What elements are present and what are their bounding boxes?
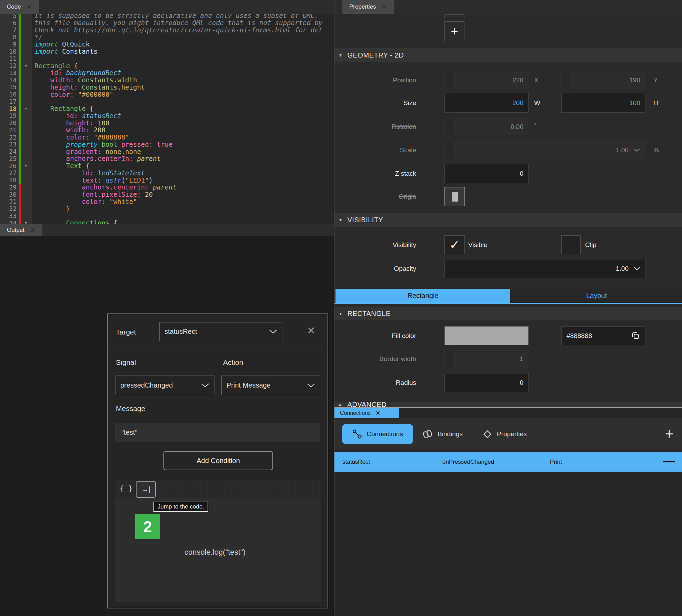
code-line[interactable]: 31 color: "white" xyxy=(0,198,334,205)
copy-icon[interactable] xyxy=(631,331,640,340)
braces-icon[interactable]: { } xyxy=(120,484,133,493)
tab-properties[interactable]: Properties ✕ xyxy=(342,0,394,14)
line-number[interactable]: 28 xyxy=(0,176,17,184)
line-number[interactable]: 6 xyxy=(0,19,17,27)
section-rectangle[interactable]: ▾ RECTANGLE xyxy=(334,307,682,320)
line-number[interactable]: 12 xyxy=(0,62,17,69)
line-number[interactable]: 24 xyxy=(0,148,17,155)
close-icon[interactable]: ✕ xyxy=(27,4,32,10)
line-number[interactable]: 8 xyxy=(0,33,17,41)
line-number[interactable]: 22 xyxy=(0,134,17,141)
line-number[interactable]: 15 xyxy=(0,83,17,91)
code-line[interactable]: 28 text: qsTr("LED1") xyxy=(0,176,334,184)
code-line[interactable]: 11 xyxy=(0,55,334,62)
line-number[interactable]: 14 xyxy=(0,76,17,84)
remove-connection-button[interactable] xyxy=(663,452,675,472)
code-line[interactable]: 17 xyxy=(0,98,334,105)
origin-button[interactable] xyxy=(444,187,465,206)
code-line[interactable]: 19 id: statusRect xyxy=(0,112,334,120)
jump-to-code-button[interactable]: →| xyxy=(136,481,156,498)
add-connection-button[interactable]: + xyxy=(661,424,678,444)
fold-icon[interactable]: ▾ xyxy=(21,220,31,224)
line-number[interactable]: 9 xyxy=(0,41,17,48)
line-number[interactable]: 13 xyxy=(0,69,17,76)
code-line[interactable]: 22 color: "#888888" xyxy=(0,134,334,141)
close-icon[interactable]: ✕ xyxy=(30,227,36,234)
section-visibility[interactable]: ▾ VISIBILITY xyxy=(334,213,682,227)
line-number[interactable]: 5 xyxy=(0,14,17,19)
radius-field[interactable]: 0 xyxy=(444,373,529,392)
code-line[interactable]: 25 anchors.centerIn: parent xyxy=(0,155,334,162)
code-line[interactable]: 6this file manually, you might introduce… xyxy=(0,19,334,27)
add-property-button[interactable]: + xyxy=(444,21,464,41)
properties-view-button[interactable]: Properties xyxy=(482,424,527,444)
target-dropdown[interactable]: statusRect xyxy=(159,322,282,341)
code-line[interactable]: 8*/ xyxy=(0,33,334,41)
tab-connections[interactable]: Connections ✕ xyxy=(334,408,399,418)
code-line[interactable]: 15 height: Constants.height xyxy=(0,84,334,91)
fill-color-swatch[interactable] xyxy=(444,326,529,345)
add-condition-button[interactable]: Add Condition xyxy=(163,451,273,470)
code-line[interactable]: 23 property bool pressed: true xyxy=(0,141,334,148)
line-number[interactable]: 18 xyxy=(0,105,17,112)
tab-output[interactable]: Output ✕ xyxy=(0,224,42,236)
line-number[interactable]: 21 xyxy=(0,126,17,134)
action-dropdown[interactable]: Print Message xyxy=(221,376,320,395)
size-h-field[interactable]: 100 xyxy=(561,93,645,113)
tab-layout[interactable]: Layout xyxy=(511,289,682,303)
code-line[interactable]: 16 color: "#000000" xyxy=(0,91,334,98)
code-line[interactable]: 30 font.pixelSize: 20 xyxy=(0,191,334,198)
message-input[interactable]: "test" xyxy=(115,423,320,442)
code-line[interactable]: 20 height: 100 xyxy=(0,119,334,126)
opacity-field[interactable]: 1.00 xyxy=(444,259,645,278)
line-number[interactable]: 16 xyxy=(0,91,17,98)
code-line[interactable]: 7Check out https://doc.qt.io/qtcreator/c… xyxy=(0,27,334,34)
dialog-close-icon[interactable]: ✕ xyxy=(307,326,315,336)
visible-checkbox[interactable]: ✓ xyxy=(444,235,465,254)
zstack-field[interactable]: 0 xyxy=(444,164,529,183)
section-geometry[interactable]: ▾ GEOMETRY - 2D xyxy=(334,48,682,62)
clip-checkbox[interactable] xyxy=(561,235,581,254)
line-number[interactable]: 34 xyxy=(0,219,17,224)
bindings-view-button[interactable]: Bindings xyxy=(422,424,463,444)
line-number[interactable]: 10 xyxy=(0,48,17,55)
line-number[interactable]: 17 xyxy=(0,98,17,105)
partial-button[interactable] xyxy=(444,14,464,18)
chevron-down-icon[interactable] xyxy=(633,267,640,270)
line-number[interactable]: 30 xyxy=(0,191,17,198)
code-editor[interactable]: 5It is supposed to be strictly declarati… xyxy=(0,14,334,224)
code-line[interactable]: 24 gradient: none.none xyxy=(0,148,334,155)
line-number[interactable]: 23 xyxy=(0,141,17,148)
line-number[interactable]: 32 xyxy=(0,205,17,212)
code-line[interactable]: 32 } xyxy=(0,205,334,212)
code-line[interactable]: 27 id: ledStateText xyxy=(0,170,334,177)
line-number[interactable]: 25 xyxy=(0,155,17,162)
chevron-down-icon[interactable] xyxy=(633,148,640,152)
line-number[interactable]: 19 xyxy=(0,112,17,119)
fold-icon[interactable]: ▾ xyxy=(21,63,31,68)
code-line[interactable]: 18▾ Rectangle { xyxy=(0,105,334,112)
code-line[interactable]: 34▾ Connections { xyxy=(0,219,334,224)
code-line[interactable]: 14 width: Constants.width xyxy=(0,76,334,84)
signal-dropdown[interactable]: pressedChanged xyxy=(115,376,214,395)
line-number[interactable]: 7 xyxy=(0,26,17,33)
connection-row[interactable]: statusRect onPressedChanged Print xyxy=(334,452,682,472)
line-number[interactable]: 33 xyxy=(0,212,17,219)
tab-rectangle[interactable]: Rectangle xyxy=(335,289,510,303)
line-number[interactable]: 26 xyxy=(0,162,17,170)
code-line[interactable]: 29 anchors.centerIn: parent xyxy=(0,184,334,191)
line-number[interactable]: 29 xyxy=(0,184,17,191)
size-w-field[interactable]: 200 xyxy=(444,93,529,113)
line-number[interactable]: 11 xyxy=(0,55,17,62)
code-line[interactable]: 10import Constants xyxy=(0,48,334,55)
line-number[interactable]: 31 xyxy=(0,198,17,205)
tab-code[interactable]: Code ✕ xyxy=(0,0,39,14)
dialog-code-panel[interactable]: { } →| Jump to the code. 2 console.log("… xyxy=(115,480,321,602)
code-line[interactable]: 9import QtQuick xyxy=(0,41,334,48)
code-line[interactable]: 13 id: backgroundRect xyxy=(0,69,334,76)
line-number[interactable]: 20 xyxy=(0,119,17,126)
fold-icon[interactable]: ▾ xyxy=(21,163,31,168)
code-line[interactable]: 12▾Rectangle { xyxy=(0,62,334,69)
autocomplete-badge[interactable]: 2 xyxy=(135,514,160,539)
code-line[interactable]: 33 xyxy=(0,212,334,219)
